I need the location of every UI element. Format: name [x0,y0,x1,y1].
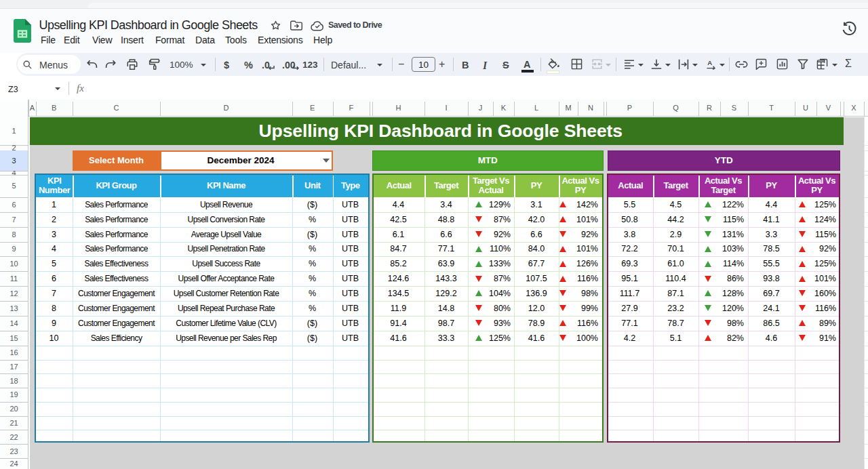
svg-text:A: A [707,59,712,66]
